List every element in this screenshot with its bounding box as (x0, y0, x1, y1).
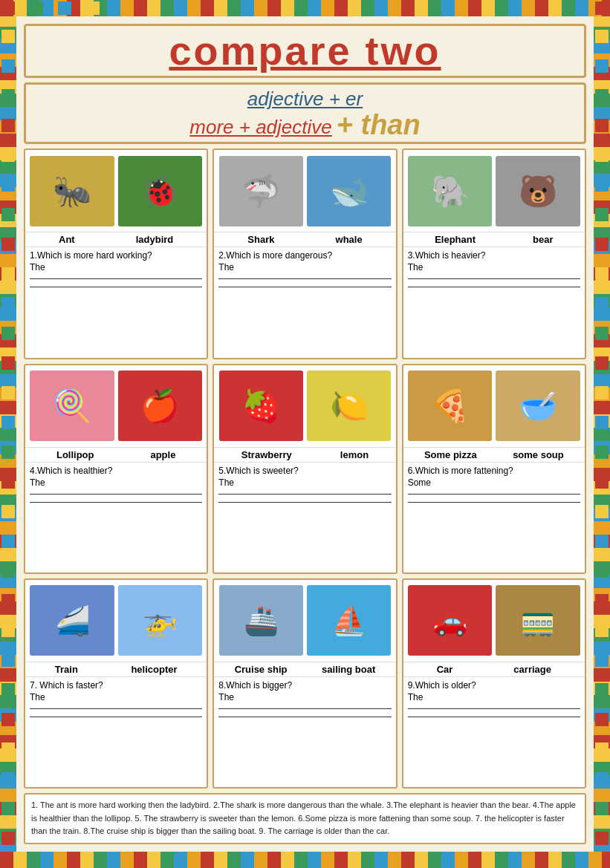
whale-image: 🐋 (307, 156, 391, 226)
shark-image: 🦈 (219, 156, 303, 226)
cell-lollipop-apple: 🍭 🍎 Lollipop apple 4.Which is healthier?… (24, 364, 208, 574)
main-title: compare two (32, 29, 578, 73)
label-lemon: lemon (340, 449, 369, 460)
answers-section: 1. The ant is more hard working then the… (24, 793, 586, 844)
question-3: 3.Which is heavier? (408, 250, 580, 261)
ant-image: 🐜 (30, 156, 114, 226)
label-ant: Ant (59, 234, 75, 245)
question-2: 2.Which is more dangerous? (218, 250, 391, 261)
subtitle-box: adjective + er more + adjective + than (24, 82, 586, 144)
cell-ant-ladybird: 🐜 🐞 Ant ladybird 1.Which is more hard wo… (24, 149, 208, 359)
label-helicopter: helicopter (131, 664, 177, 675)
ladybird-image: 🐞 (118, 156, 202, 226)
label-cruiseship: Cruise ship (235, 664, 288, 675)
label-soup: some soup (513, 449, 564, 460)
cell-cruiseship-sailboat: 🚢 ⛵ Cruise ship sailing boat 8.Which is … (212, 578, 397, 789)
label-ladybird: ladybird (136, 234, 174, 245)
cell-pizza-soup: 🍕 🥣 Some pizza some soup 6.Which is more… (402, 364, 586, 574)
question-8: 8.Which is bigger? (218, 680, 391, 691)
label-elephant: Elephant (435, 234, 476, 245)
bear-image: 🐻 (496, 156, 580, 226)
question-4: 4.Which is healthier? (30, 466, 202, 476)
sailboat-image: ⛵ (307, 585, 391, 656)
train-image: 🚄 (30, 585, 114, 656)
label-train: Train (55, 664, 78, 675)
label-whale: whale (336, 234, 363, 245)
label-strawberry: Strawberry (241, 449, 292, 460)
label-sailboat: sailing boat (322, 664, 375, 675)
strawberry-image: 🍓 (219, 371, 303, 441)
elephant-image: 🐘 (408, 156, 492, 226)
question-9: 9.Which is older? (408, 680, 580, 691)
cell-elephant-bear: 🐘 🐻 Elephant bear 3.Which is heavier? Th… (402, 149, 586, 359)
question-6: 6.Which is more fattening? (408, 466, 580, 476)
cell-train-helicopter: 🚄 🚁 Train helicopter 7. Which is faster?… (24, 578, 208, 789)
subtitle-than: + than (337, 111, 421, 139)
subtitle-line1: adjective + er (32, 88, 578, 111)
grid-row-1: 🐜 🐞 Ant ladybird 1.Which is more hard wo… (24, 149, 586, 359)
question-5: 5.Which is sweeter? (218, 466, 391, 476)
pizza-image: 🍕 (408, 371, 492, 441)
carriage-image: 🚃 (496, 585, 580, 656)
grid-row-3: 🚄 🚁 Train helicopter 7. Which is faster?… (24, 578, 586, 789)
helicopter-image: 🚁 (118, 585, 202, 656)
soup-image: 🥣 (496, 371, 580, 441)
label-carriage: carriage (513, 664, 551, 675)
cell-car-carriage: 🚗 🚃 Car carriage 9.Which is older? The (402, 578, 586, 789)
title-box: compare two (24, 24, 586, 78)
cruiseship-image: 🚢 (219, 585, 303, 656)
apple-image: 🍎 (118, 371, 202, 441)
subtitle-line2a: more + adjective (189, 116, 331, 139)
label-shark: Shark (247, 234, 274, 245)
label-lollipop: Lollipop (56, 449, 94, 460)
lemon-image: 🍋 (307, 371, 391, 441)
answers-text: 1. The ant is more hard working then the… (31, 800, 576, 835)
question-1: 1.Which is more hard working? (30, 250, 202, 261)
label-bear: bear (533, 234, 553, 245)
label-pizza: Some pizza (424, 449, 477, 460)
cell-shark-whale: 🦈 🐋 Shark whale 2.Which is more dangerou… (212, 149, 397, 359)
label-car: Car (437, 664, 453, 675)
lollipop-image: 🍭 (30, 371, 114, 441)
question-7: 7. Which is faster? (30, 680, 202, 691)
grid-row-2: 🍭 🍎 Lollipop apple 4.Which is healthier?… (24, 364, 586, 574)
label-apple: apple (150, 449, 175, 460)
cell-strawberry-lemon: 🍓 🍋 Strawberry lemon 5.Which is sweeter?… (212, 364, 397, 574)
car-image: 🚗 (408, 585, 492, 656)
